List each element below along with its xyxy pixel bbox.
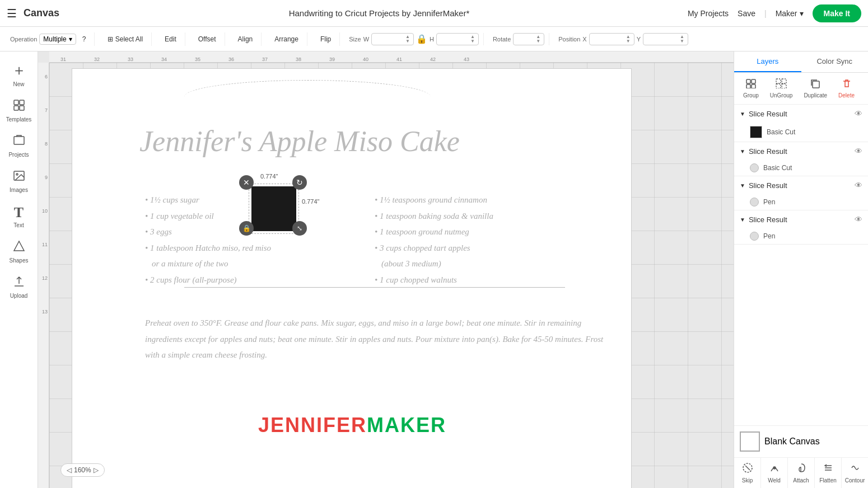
zoom-in-button[interactable]: ▷ (94, 466, 99, 474)
slice-item-3[interactable]: Pen (734, 194, 868, 210)
pos-y-input[interactable]: 7.462 (647, 35, 678, 43)
slice-item-2[interactable]: Basic Cut (734, 160, 868, 176)
top-bar: ☰ Canvas Handwriting to Cricut Projects … (0, 0, 868, 27)
slice-result-4: ▼ Slice Result 👁 Pen (734, 210, 868, 245)
ingredient-item: • 1 cup vegetable oil (145, 208, 271, 224)
zoom-out-button[interactable]: ◁ (67, 466, 72, 474)
attach-label: Attach (793, 477, 809, 484)
projects-icon (12, 134, 26, 151)
size-w-field[interactable]: 0.774 ▲▼ (371, 33, 414, 45)
slice-result-2-label: Slice Result (749, 147, 787, 156)
slice-header-1[interactable]: ▼ Slice Result 👁 (734, 105, 868, 123)
sidebar-item-templates[interactable]: Templates (2, 94, 36, 127)
eye-icon-2[interactable]: 👁 (855, 147, 862, 156)
save-link[interactable]: Save (738, 9, 755, 18)
size-h-label: H (430, 36, 434, 43)
ingredients-right: • 1½ teaspoons ground cinnamon • 1 teasp… (375, 192, 493, 288)
horizontal-ruler: 31 32 33 34 35 36 37 38 39 40 41 42 43 (49, 51, 734, 63)
blank-canvas-row: Blank Canvas (734, 425, 868, 457)
rotate-field[interactable]: 0 ▲▼ (513, 33, 544, 45)
svg-rect-10 (746, 85, 750, 88)
eye-icon-1[interactable]: 👁 (855, 109, 862, 118)
pos-x-input[interactable]: 35.087 (593, 35, 624, 43)
canvas-area[interactable]: 31 32 33 34 35 36 37 38 39 40 41 42 43 6… (38, 51, 734, 488)
slice-item-3-label: Pen (763, 198, 775, 206)
flip-button[interactable]: Flip (316, 32, 335, 46)
size-h-field[interactable]: 0.774 ▲▼ (436, 33, 479, 45)
sidebar-item-upload[interactable]: Upload (2, 270, 36, 303)
arrange-button[interactable]: Arrange (270, 32, 302, 46)
delete-label: Delete (838, 92, 855, 98)
weld-label: Weld (768, 477, 781, 484)
my-projects-link[interactable]: My Projects (688, 9, 729, 18)
group-button[interactable]: Group (739, 76, 763, 101)
group-label: Group (743, 92, 759, 98)
attach-icon (796, 462, 807, 476)
chevron-down-icon: ▼ (740, 182, 745, 189)
chevron-down-icon: ▼ (740, 111, 745, 117)
lock-aspect-icon[interactable]: 🔒 (416, 34, 427, 44)
attach-button[interactable]: Attach (788, 458, 815, 488)
ingredient-item: or a mixture of the two (145, 256, 271, 272)
sidebar-item-images[interactable]: Images (2, 165, 36, 198)
eye-icon-3[interactable]: 👁 (855, 181, 862, 190)
contour-label: Contour (845, 477, 865, 484)
left-sidebar: ＋ New Templates Projects (0, 51, 38, 488)
hamburger-menu[interactable]: ☰ (7, 7, 17, 20)
canvas-page[interactable]: Jennifer's Apple Miso Cake ✕ ↻ 🔒 ⤡ 0.774… (72, 68, 632, 488)
flatten-button[interactable]: Flatten (815, 458, 842, 488)
svg-rect-13 (782, 79, 786, 83)
zoom-level: 160% (74, 466, 91, 474)
slice-header-2[interactable]: ▼ Slice Result 👁 (734, 142, 868, 160)
align-button[interactable]: Align (234, 32, 257, 46)
select-all-button[interactable]: ⊞ Select All (104, 32, 147, 46)
flatten-label: Flatten (819, 477, 837, 484)
ungroup-icon (776, 78, 787, 91)
weld-button[interactable]: Weld (761, 458, 788, 488)
contour-icon (850, 462, 861, 476)
duplicate-button[interactable]: Duplicate (799, 76, 832, 101)
rotate-handle[interactable]: ↻ (292, 175, 307, 190)
sidebar-item-text[interactable]: T Text (2, 200, 36, 233)
size-h-input[interactable]: 0.774 (440, 35, 468, 43)
delete-button[interactable]: Delete (834, 76, 859, 101)
tab-layers[interactable]: Layers (734, 51, 801, 72)
layer-toolbar: Group UnGroup (734, 73, 868, 105)
eye-icon-4[interactable]: 👁 (855, 215, 862, 224)
canvas-content[interactable]: Jennifer's Apple Miso Cake ✕ ↻ 🔒 ⤡ 0.774… (49, 63, 734, 488)
pos-y-field[interactable]: 7.462 ▲▼ (643, 33, 688, 45)
size-w-label: W (363, 36, 369, 43)
skip-button[interactable]: Skip (734, 458, 761, 488)
sidebar-item-new[interactable]: ＋ New (2, 56, 36, 92)
operation-select[interactable]: Multiple ▾ (39, 34, 76, 45)
tab-color-sync[interactable]: Color Sync (801, 51, 869, 72)
select-all-group: ⊞ Select All (99, 32, 152, 46)
pos-x-field[interactable]: 35.087 ▲▼ (589, 33, 634, 45)
divider-line (184, 287, 565, 288)
edit-button[interactable]: Edit (161, 32, 180, 46)
make-it-button[interactable]: Make It (813, 4, 861, 22)
help-button[interactable]: ? (78, 32, 90, 46)
ungroup-button[interactable]: UnGroup (766, 76, 797, 101)
offset-group: Offset (190, 32, 225, 46)
slice-item-4[interactable]: Pen (734, 228, 868, 244)
main-area: ＋ New Templates Projects (0, 51, 868, 488)
size-w-input[interactable]: 0.774 (375, 35, 403, 43)
slice-item-1[interactable]: Basic Cut (734, 123, 868, 142)
offset-button[interactable]: Offset (194, 32, 220, 46)
close-handle[interactable]: ✕ (239, 175, 254, 190)
scale-handle[interactable]: ⤡ (292, 221, 307, 236)
svg-rect-15 (782, 84, 786, 88)
ingredient-item: • 1½ teaspoons ground cinnamon (375, 192, 493, 208)
slice-header-3[interactable]: ▼ Slice Result 👁 (734, 176, 868, 194)
brand-logo: JENNIFERMAKER (184, 414, 520, 437)
edit-group: Edit (156, 32, 185, 46)
slice-color-3 (750, 198, 759, 207)
sidebar-item-shapes[interactable]: Shapes (2, 235, 36, 268)
contour-button[interactable]: Contour (842, 458, 868, 488)
slice-header-4[interactable]: ▼ Slice Result 👁 (734, 210, 868, 228)
rotate-input[interactable]: 0 (517, 35, 534, 43)
zoom-indicator[interactable]: ◁ 160% ▷ (60, 463, 105, 477)
maker-selector[interactable]: Maker ▾ (776, 9, 804, 18)
sidebar-item-projects[interactable]: Projects (2, 129, 36, 162)
